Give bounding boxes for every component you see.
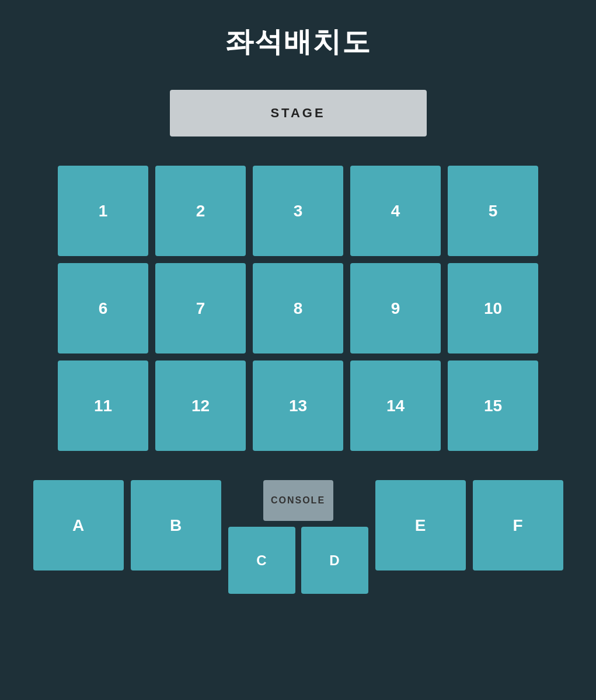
seat-b[interactable]: B [131,480,221,570]
seat-5[interactable]: 5 [448,166,538,256]
console-label: CONSOLE [271,495,325,506]
seat-2[interactable]: 2 [155,166,246,256]
page-title: 좌석배치도 [225,23,371,61]
back-seating-row: A B CONSOLE C D E F [33,480,563,594]
seat-14[interactable]: 14 [350,360,441,451]
stage-area: STAGE [170,90,427,136]
seat-4[interactable]: 4 [350,166,441,256]
seat-8[interactable]: 8 [253,263,343,354]
seat-10[interactable]: 10 [448,263,538,354]
seat-e[interactable]: E [375,480,466,570]
console-cd-group: CONSOLE C D [228,480,368,594]
seat-3[interactable]: 3 [253,166,343,256]
seat-a[interactable]: A [33,480,124,570]
seat-12[interactable]: 12 [155,360,246,451]
seat-c[interactable]: C [228,527,295,594]
seat-6[interactable]: 6 [58,263,148,354]
seat-1[interactable]: 1 [58,166,148,256]
seat-9[interactable]: 9 [350,263,441,354]
seat-11[interactable]: 11 [58,360,148,451]
cd-row: C D [228,527,368,594]
seat-15[interactable]: 15 [448,360,538,451]
seat-f[interactable]: F [473,480,563,570]
console-block: CONSOLE [263,480,333,521]
seat-7[interactable]: 7 [155,263,246,354]
main-seating-grid: 1 2 3 4 5 6 7 8 9 10 11 12 13 14 15 [58,166,538,451]
seat-d[interactable]: D [301,527,368,594]
stage-label: STAGE [270,106,325,121]
seat-13[interactable]: 13 [253,360,343,451]
